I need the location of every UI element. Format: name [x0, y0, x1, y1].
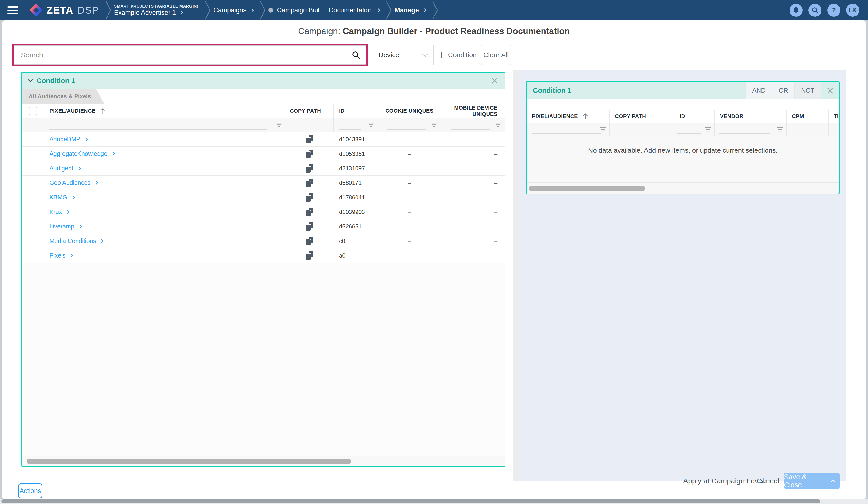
- audience-link[interactable]: Liveramp: [49, 223, 81, 230]
- chevron-right-icon: [111, 152, 115, 156]
- column-header-cpm[interactable]: CPM: [787, 110, 828, 123]
- select-all-checkbox[interactable]: [29, 107, 37, 115]
- menu-icon[interactable]: [7, 6, 18, 14]
- dimension-select[interactable]: Device: [372, 45, 434, 65]
- vertical-scrollbar[interactable]: [513, 70, 519, 481]
- filter-mobile-device-uniques[interactable]: [441, 118, 505, 132]
- cookie-uniques-value: –: [378, 147, 441, 161]
- column-header-cookie-uniques[interactable]: COOKIE UNIQUES: [378, 104, 441, 118]
- filter-pixel-audience[interactable]: [44, 118, 286, 132]
- filter-cookie-uniques[interactable]: [378, 118, 441, 132]
- audience-link[interactable]: Media Conditions: [49, 238, 103, 244]
- horizontal-scrollbar-thumb[interactable]: [27, 459, 351, 464]
- breadcrumb-campaign-end: Documentation: [329, 6, 373, 14]
- column-header-copy-path[interactable]: COPY PATH: [610, 110, 674, 123]
- filter-icon[interactable]: [276, 123, 282, 127]
- sort-ascending-icon: [582, 113, 589, 120]
- condition-title: Condition 1: [533, 87, 571, 94]
- column-label: COPY PATH: [615, 113, 646, 120]
- chevron-right-icon: [94, 181, 98, 185]
- copy-path-icon[interactable]: [306, 193, 313, 202]
- filter-pixel-audience[interactable]: [527, 123, 610, 136]
- breadcrumb-campaign[interactable]: Campaign Buil ... Documentation: [268, 6, 380, 14]
- audience-link[interactable]: AdobeDMP: [49, 136, 87, 143]
- filter-id[interactable]: [674, 123, 715, 136]
- column-header-id[interactable]: ID: [674, 110, 715, 123]
- empty-state: No data available. Add new items, or upd…: [527, 137, 839, 182]
- search-input[interactable]: [20, 51, 352, 59]
- cancel-link[interactable]: Cancel: [757, 477, 779, 485]
- breadcrumb-manage[interactable]: Manage: [394, 6, 426, 14]
- column-header-pixel-audience[interactable]: PIXEL/AUDIENCE: [44, 104, 286, 118]
- close-icon[interactable]: [491, 77, 498, 84]
- column-header-time[interactable]: TIME: [828, 110, 840, 123]
- mobile-uniques-value: –: [441, 234, 505, 248]
- chevron-down-icon[interactable]: [28, 77, 33, 82]
- audience-link[interactable]: Geo Audiences: [49, 179, 97, 187]
- operator-not-button[interactable]: NOT: [794, 82, 821, 99]
- column-header-vendor[interactable]: VENDOR: [715, 110, 787, 123]
- apply-at-campaign-level-link[interactable]: Apply at Campaign Level: [683, 477, 764, 485]
- save-and-close-button[interactable]: Save & Close: [784, 473, 840, 489]
- column-header-id[interactable]: ID: [334, 104, 378, 118]
- help-button[interactable]: ?: [827, 4, 840, 17]
- search-icon[interactable]: [352, 51, 360, 59]
- audience-link[interactable]: KBMG: [49, 194, 74, 201]
- copy-path-icon[interactable]: [306, 135, 313, 143]
- question-mark-icon: ?: [832, 7, 836, 14]
- copy-path-icon[interactable]: [306, 150, 313, 158]
- chevron-right-icon: [100, 239, 104, 243]
- close-icon[interactable]: [827, 87, 833, 94]
- filter-icon[interactable]: [777, 127, 783, 131]
- filter-icon[interactable]: [431, 123, 437, 127]
- cookie-uniques-value: –: [378, 176, 441, 190]
- condition-panel-header: Condition 1: [22, 73, 505, 89]
- operator-or-button[interactable]: OR: [772, 82, 794, 99]
- breadcrumb-separator-icon: [205, 0, 211, 20]
- breadcrumb-campaigns[interactable]: Campaigns: [213, 6, 253, 14]
- bell-icon: [793, 7, 799, 14]
- avatar[interactable]: L&: [846, 4, 859, 17]
- copy-path-icon[interactable]: [306, 179, 313, 187]
- column-header-mobile-device-uniques[interactable]: MOBILE DEVICE UNIQUES: [441, 104, 505, 118]
- row-id: c0: [334, 234, 378, 248]
- copy-path-icon[interactable]: [306, 237, 313, 245]
- filter-icon[interactable]: [600, 127, 606, 131]
- breadcrumb-advertiser[interactable]: SMART PROJECTS (VARIABLE MARGIN) Example…: [114, 4, 198, 17]
- audience-link[interactable]: Pixels: [49, 252, 73, 259]
- page-horizontal-scrollbar-thumb[interactable]: [1, 500, 820, 503]
- cookie-uniques-value: –: [378, 161, 441, 175]
- actions-button[interactable]: Actions: [18, 483, 42, 498]
- column-label: TIME: [834, 113, 840, 120]
- filter-id[interactable]: [334, 118, 378, 132]
- table-row: Geo Audiences d580171 – –: [22, 176, 505, 190]
- filter-icon[interactable]: [495, 123, 501, 127]
- clear-all-button[interactable]: Clear All: [481, 45, 511, 65]
- save-options-toggle[interactable]: [826, 473, 840, 489]
- copy-path-icon[interactable]: [306, 208, 313, 216]
- column-header-pixel-audience[interactable]: PIXEL/AUDIENCE: [527, 110, 610, 123]
- copy-path-icon[interactable]: [306, 164, 313, 172]
- filter-icon[interactable]: [368, 123, 374, 127]
- filter-icon[interactable]: [705, 127, 711, 131]
- operator-and-button[interactable]: AND: [745, 82, 772, 99]
- audience-link[interactable]: AggregateKnowledge: [49, 150, 114, 157]
- horizontal-scrollbar-thumb[interactable]: [529, 185, 645, 191]
- horizontal-scrollbar: [527, 182, 839, 194]
- copy-path-icon[interactable]: [306, 251, 313, 260]
- audience-link[interactable]: Audigent: [49, 165, 80, 172]
- tab-all-audiences-pixels[interactable]: All Audiences & Pixels: [22, 89, 105, 104]
- page-title: Campaign:Campaign Builder - Product Read…: [0, 26, 868, 36]
- add-condition-button[interactable]: Condition: [435, 45, 480, 65]
- status-dot-icon: [268, 8, 273, 13]
- chevron-right-icon: [69, 254, 73, 258]
- column-header-copy-path[interactable]: COPY PATH: [286, 104, 334, 118]
- global-search-button[interactable]: [808, 4, 822, 17]
- audience-link[interactable]: Krux: [49, 208, 69, 215]
- filter-vendor[interactable]: [715, 123, 787, 136]
- condition-1-target-panel: Condition 1 AND OR NOT PIXEL/AUDIENCE CO…: [526, 81, 840, 194]
- zeta-logo-icon[interactable]: [29, 3, 43, 17]
- brand[interactable]: ZETA DSP: [46, 4, 99, 16]
- copy-path-icon[interactable]: [306, 222, 313, 231]
- notifications-button[interactable]: [789, 4, 803, 17]
